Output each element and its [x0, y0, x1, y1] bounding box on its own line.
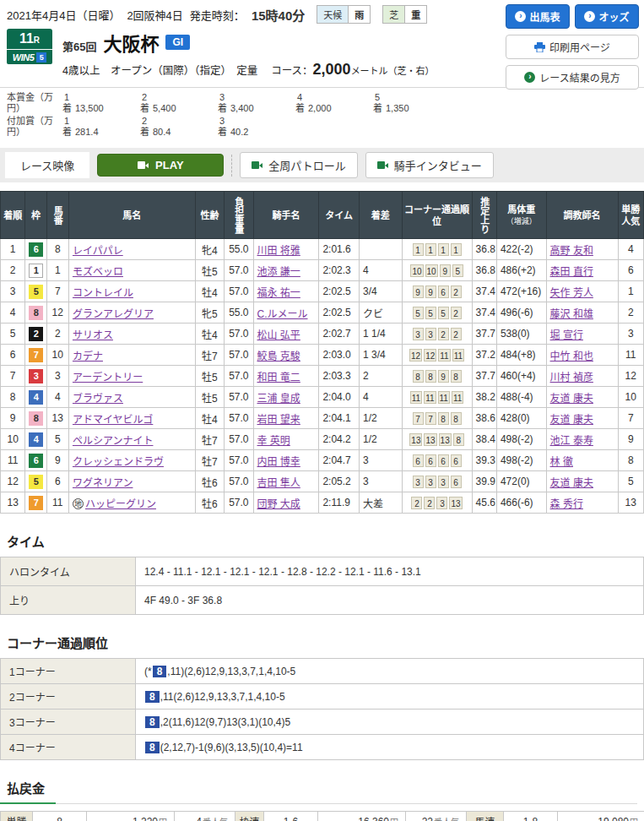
result-row: 3 5 7 コントレイル 牡4 57.0 福永 祐一 2:02.5 3/4 99… — [1, 281, 644, 302]
result-row: 2 1 1 モズベッロ 牡5 57.0 池添 謙一 2:02.3 4 10109… — [1, 260, 644, 281]
horse-number: 12 — [46, 302, 68, 324]
race-video-label: レース映像 — [5, 152, 89, 178]
finish-position: 4 — [1, 302, 25, 324]
trainer-link[interactable]: 中竹 和也 — [550, 351, 593, 362]
jockey-link[interactable]: 三浦 皇成 — [257, 393, 300, 405]
horse-link[interactable]: アドマイヤビルゴ — [73, 414, 153, 426]
bracket-quinella-number: 1-6 — [264, 812, 318, 821]
body-weight: 538(0) — [496, 324, 546, 345]
win-popularity: 8 — [618, 450, 643, 471]
weather-value: 雨 — [348, 6, 370, 23]
jockey-link[interactable]: 川田 将雅 — [257, 245, 300, 257]
result-row: 6 7 10 カデナ 牡7 57.0 鮫島 克駿 2:03.0 1 3/4 12… — [1, 345, 644, 366]
bracket-cell: 3 — [25, 366, 46, 387]
horse-link[interactable]: コントレイル — [73, 287, 133, 299]
trainer-link[interactable]: 友道 康夫 — [550, 477, 593, 489]
trainer-link[interactable]: 藤沢 和雄 — [550, 308, 593, 320]
header-jockey: 騎手名 — [253, 192, 319, 239]
horse-link[interactable]: レイパパレ — [73, 245, 123, 257]
jockey-link[interactable]: 岩田 望来 — [257, 414, 300, 426]
shutsuba-button[interactable]: › 出馬表 — [506, 4, 570, 29]
payout-row: 単勝 8 1,220円 4番人気 枠連 1-6 16,360円 22番人気 馬連… — [1, 812, 644, 821]
corner-order-cell: 3322 — [402, 324, 472, 345]
horse-link[interactable]: ハッピーグリン — [85, 498, 156, 510]
trainer-link[interactable]: 友道 康夫 — [550, 393, 593, 405]
jockey-link[interactable]: C.ルメール — [257, 308, 308, 320]
horse-link[interactable]: ブラヴァス — [73, 393, 123, 405]
sex-age: 牡4 — [195, 408, 224, 429]
corner-order-cell: 5552 — [402, 302, 472, 324]
trainer-link[interactable]: 高野 友和 — [550, 245, 593, 257]
bracket-number: 7 — [29, 496, 43, 510]
horse-link[interactable]: ワグネリアン — [73, 477, 133, 489]
print-page-button[interactable]: 印刷用ページ — [506, 35, 639, 59]
margin: 2 — [359, 366, 402, 387]
trainer-link[interactable]: 林 徹 — [550, 456, 573, 468]
patrol-video-button[interactable]: 全周パトロール — [240, 152, 357, 178]
trainer-link[interactable]: 矢作 芳人 — [550, 287, 593, 299]
trainer-cell: 高野 友和 — [546, 239, 618, 260]
last-3f: 37.7 — [472, 366, 496, 387]
header-corner-order: コーナー通過順位 — [402, 192, 472, 239]
finish-time: 2:05.2 — [319, 471, 360, 492]
last-3f: 38.2 — [472, 387, 496, 408]
result-row: 8 4 4 ブラヴァス 牡5 57.0 三浦 皇成 2:04.0 4 11111… — [1, 387, 644, 408]
header-bracket: 枠 — [25, 192, 46, 239]
jockey-link[interactable]: 福永 祐一 — [257, 287, 300, 299]
horse-link[interactable]: クレッシェンドラヴ — [73, 456, 164, 468]
trainer-link[interactable]: 堀 宣行 — [550, 329, 583, 341]
jockey-interview-button[interactable]: 騎手インタビュー — [365, 152, 494, 178]
horse-name-cell: ブラヴァス — [68, 387, 195, 408]
last-3f: 37.4 — [472, 302, 496, 324]
odds-button[interactable]: › オッズ — [575, 4, 639, 29]
corner-row-value: 8,11(2,6)12,9,13,3,7,1,4,10-5 — [136, 684, 644, 710]
trainer-link[interactable]: 池江 泰寿 — [550, 435, 593, 447]
jockey-link[interactable]: 団野 大成 — [257, 498, 300, 510]
bracket-cell: 6 — [25, 239, 46, 260]
corner-order-cell: 7788 — [402, 408, 472, 429]
win5-logo: WIN5 5 — [7, 50, 52, 64]
prize-item: 1 着13,500 — [62, 92, 140, 114]
margin — [359, 239, 402, 260]
chevron-circle-icon: › — [584, 11, 595, 22]
print-page-label: 印刷用ページ — [549, 40, 610, 54]
corner-order-cell: 101095 — [402, 260, 472, 281]
jockey-link[interactable]: 内田 博幸 — [257, 456, 300, 468]
horse-link[interactable]: サリオス — [73, 329, 113, 341]
chevron-circle-icon: › — [515, 11, 526, 22]
win-label: 単勝 — [1, 812, 33, 821]
shutsuba-button-label: 出馬表 — [529, 9, 560, 24]
horse-link[interactable]: カデナ — [73, 351, 103, 362]
finish-time: 2:04.7 — [319, 450, 360, 471]
trainer-link[interactable]: 森田 直行 — [550, 266, 593, 278]
trainer-link[interactable]: 友道 康夫 — [550, 414, 593, 426]
trainer-link[interactable]: 森 秀行 — [550, 498, 583, 510]
trainer-link[interactable]: 川村 禎彦 — [550, 372, 593, 383]
result-guide-button[interactable]: › レース結果の見方 — [506, 65, 639, 90]
load-weight: 55.0 — [225, 302, 253, 324]
race-name: 大阪杯 — [103, 29, 159, 56]
patrol-video-label: 全周パトロール — [268, 157, 345, 173]
horse-link[interactable]: ペルシアンナイト — [73, 435, 154, 447]
jockey-link[interactable]: 池添 謙一 — [257, 266, 300, 278]
jockey-link[interactable]: 和田 竜二 — [257, 372, 300, 383]
prize-item: 5 着1,350 — [373, 92, 451, 114]
jockey-link[interactable]: 幸 英明 — [257, 435, 290, 447]
jockey-link[interactable]: 吉田 隼人 — [257, 477, 300, 489]
header-load-weight: 負担重量 — [225, 192, 253, 239]
horse-link[interactable]: モズベッロ — [73, 266, 123, 278]
jockey-link[interactable]: 松山 弘平 — [257, 329, 300, 341]
horse-link[interactable]: グランアレグリア — [73, 308, 154, 320]
body-weight: 488(-4) — [496, 387, 546, 408]
time-row-value: 4F 49.0 - 3F 36.8 — [136, 586, 644, 615]
time-row: ハロンタイム 12.4 - 11.1 - 12.1 - 12.1 - 12.1 … — [1, 557, 644, 586]
bracket-number: 6 — [29, 454, 43, 468]
jockey-cell: 池添 謙一 — [253, 260, 319, 281]
header-margin: 着差 — [359, 192, 402, 239]
quinella-amount: 19,080円 — [558, 812, 644, 821]
play-button[interactable]: PLAY — [97, 154, 224, 177]
jockey-link[interactable]: 鮫島 克駿 — [257, 351, 300, 362]
horse-link[interactable]: アーデントリー — [73, 372, 143, 383]
horse-number: 7 — [46, 281, 68, 302]
last-3f: 36.8 — [472, 239, 496, 260]
